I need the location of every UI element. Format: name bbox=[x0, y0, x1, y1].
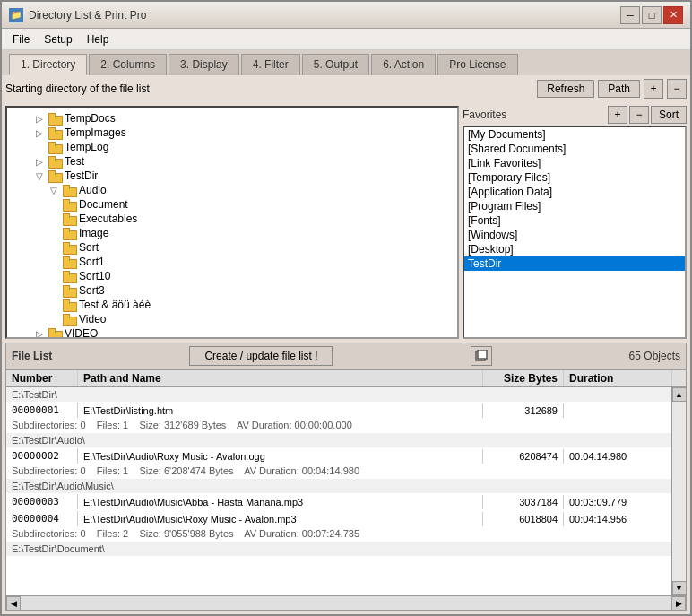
expand-icon bbox=[50, 286, 63, 296]
expand-icon bbox=[50, 243, 63, 253]
folder-icon bbox=[48, 156, 63, 167]
folder-icon bbox=[63, 185, 77, 195]
folder-icon bbox=[63, 213, 77, 224]
fav-sort-button[interactable]: Sort bbox=[651, 106, 687, 124]
fav-add-button[interactable]: + bbox=[608, 106, 627, 124]
fav-item[interactable]: [Desktop] bbox=[464, 242, 685, 256]
menu-setup[interactable]: Setup bbox=[37, 31, 79, 48]
tree-item[interactable]: TempLog bbox=[11, 140, 454, 154]
tab-columns[interactable]: 2. Columns bbox=[89, 54, 167, 75]
create-list-button[interactable]: Create / update file list ! bbox=[189, 346, 333, 366]
tree-item[interactable]: Image bbox=[11, 226, 454, 240]
tree-item[interactable]: ▷ TempImages bbox=[11, 126, 454, 140]
file-size: 3037184 bbox=[483, 495, 564, 509]
fav-item[interactable]: [Application Data] bbox=[464, 185, 685, 199]
menu-help[interactable]: Help bbox=[80, 31, 117, 48]
folder-icon bbox=[63, 314, 77, 325]
tree-item-label: TempDocs bbox=[65, 112, 116, 125]
file-group-header: E:\TestDir\Document\ bbox=[6, 542, 671, 556]
fav-remove-button[interactable]: − bbox=[629, 106, 649, 124]
objects-count: 65 Objects bbox=[629, 350, 680, 362]
file-duration: 00:03:09.779 bbox=[564, 495, 671, 509]
tree-panel: ▷ TempDocs ▷ TempImages bbox=[5, 106, 459, 339]
minimize-button[interactable]: ─ bbox=[620, 6, 640, 24]
fav-item-selected[interactable]: TestDir bbox=[464, 256, 685, 271]
expand-icon bbox=[50, 300, 63, 310]
expand-icon: ▷ bbox=[36, 329, 48, 338]
tree-item[interactable]: ▽ TestDir bbox=[11, 169, 454, 183]
tab-pro-license[interactable]: Pro License bbox=[437, 54, 517, 75]
scroll-track bbox=[672, 402, 686, 581]
expand-icon: ▷ bbox=[36, 157, 48, 167]
expand-icon: ▽ bbox=[36, 171, 48, 181]
fav-item[interactable]: [Fonts] bbox=[464, 213, 685, 228]
folder-icon bbox=[48, 127, 63, 138]
path-button[interactable]: Path bbox=[598, 80, 640, 98]
file-row[interactable]: 00000002 E:\TestDir\Audio\Roxy Music - A… bbox=[6, 447, 671, 464]
scroll-right-button[interactable]: ▶ bbox=[671, 596, 686, 611]
folder-icon bbox=[63, 285, 77, 296]
file-table-body[interactable]: E:\TestDir\ 00000001 E:\TestDir\listing.… bbox=[6, 387, 671, 595]
copy-icon[interactable] bbox=[471, 346, 492, 366]
refresh-button[interactable]: Refresh bbox=[537, 80, 594, 98]
col-header-duration[interactable]: Duration bbox=[564, 370, 671, 386]
fav-item[interactable]: [Shared Documents] bbox=[464, 142, 685, 156]
tree-item-label: Sort3 bbox=[79, 284, 105, 297]
expand-icon bbox=[50, 229, 63, 239]
file-size: 6018804 bbox=[483, 512, 564, 526]
tree-item-label: Audio bbox=[79, 184, 107, 196]
tree-item[interactable]: ▷ VIDEO bbox=[11, 326, 454, 337]
col-header-size[interactable]: Size Bytes bbox=[483, 370, 564, 386]
tab-output[interactable]: 5. Output bbox=[302, 54, 369, 75]
dir-body: ▷ TempDocs ▷ TempImages bbox=[5, 106, 687, 339]
file-name: E:\TestDir\Audio\Music\Roxy Music - Aval… bbox=[78, 512, 483, 526]
fav-item[interactable]: [Temporary Files] bbox=[464, 170, 685, 185]
file-row[interactable]: 00000003 E:\TestDir\Audio\Music\Abba - H… bbox=[6, 493, 671, 510]
file-group-header: E:\TestDir\Audio\ bbox=[6, 433, 671, 447]
folder-icon bbox=[48, 142, 63, 152]
scroll-down-button[interactable]: ▼ bbox=[672, 581, 687, 595]
tree-item[interactable]: Sort1 bbox=[11, 255, 454, 269]
tree-item[interactable]: Video bbox=[11, 312, 454, 326]
fav-item[interactable]: [My Documents] bbox=[464, 127, 685, 142]
favorites-label: Favorites bbox=[463, 108, 506, 121]
maximize-button[interactable]: □ bbox=[642, 6, 662, 24]
tree-content[interactable]: ▷ TempDocs ▷ TempImages bbox=[7, 108, 457, 337]
tab-action[interactable]: 6. Action bbox=[371, 54, 436, 75]
file-duration: 00:04:14.956 bbox=[564, 512, 671, 526]
tree-item[interactable]: Sort10 bbox=[11, 269, 454, 283]
tree-item[interactable]: ▷ Test bbox=[11, 154, 454, 169]
menu-file[interactable]: File bbox=[5, 31, 37, 48]
tree-item[interactable]: Document bbox=[11, 197, 454, 212]
tree-item[interactable]: Test & äöü àéè bbox=[11, 298, 454, 312]
tree-item[interactable]: Sort bbox=[11, 240, 454, 255]
favorites-list[interactable]: [My Documents] [Shared Documents] [Link … bbox=[463, 126, 687, 339]
tab-directory[interactable]: 1. Directory bbox=[9, 54, 87, 75]
favorites-buttons: + − Sort bbox=[608, 106, 687, 124]
title-bar: 📁 Directory List & Print Pro ─ □ ✕ bbox=[2, 2, 690, 29]
tree-item[interactable]: ▷ TempDocs bbox=[11, 111, 454, 126]
tab-display[interactable]: 3. Display bbox=[169, 54, 239, 75]
close-button[interactable]: ✕ bbox=[663, 6, 683, 24]
file-subinfo: Subdirectories: 0 Files: 1 Size: 312'689… bbox=[6, 419, 671, 433]
fav-item[interactable]: [Program Files] bbox=[464, 199, 685, 213]
tab-filter[interactable]: 4. Filter bbox=[241, 54, 300, 75]
remove-dir-button[interactable]: − bbox=[667, 79, 687, 99]
tree-item[interactable]: ▽ Audio bbox=[11, 183, 454, 197]
tree-item[interactable]: Sort3 bbox=[11, 283, 454, 298]
tree-item[interactable]: Executables bbox=[11, 212, 454, 226]
horizontal-scrollbar[interactable]: ◀ ▶ bbox=[6, 595, 686, 610]
scroll-up-button[interactable]: ▲ bbox=[672, 387, 687, 402]
fav-item[interactable]: [Link Favorites] bbox=[464, 156, 685, 170]
file-name: E:\TestDir\Audio\Music\Abba - Hasta Mana… bbox=[78, 495, 483, 509]
scroll-left-button[interactable]: ◀ bbox=[6, 596, 21, 611]
vertical-scrollbar[interactable]: ▲ ▼ bbox=[671, 387, 686, 595]
main-window: 📁 Directory List & Print Pro ─ □ ✕ File … bbox=[0, 0, 692, 616]
add-dir-button[interactable]: + bbox=[644, 79, 663, 99]
file-row[interactable]: 00000001 E:\TestDir\listing.htm 312689 bbox=[6, 402, 671, 419]
fav-item[interactable]: [Windows] bbox=[464, 228, 685, 242]
col-header-path[interactable]: Path and Name bbox=[78, 370, 483, 386]
file-row[interactable]: 00000004 E:\TestDir\Audio\Music\Roxy Mus… bbox=[6, 510, 671, 527]
svg-rect-1 bbox=[478, 350, 487, 359]
col-header-number[interactable]: Number bbox=[6, 370, 78, 386]
